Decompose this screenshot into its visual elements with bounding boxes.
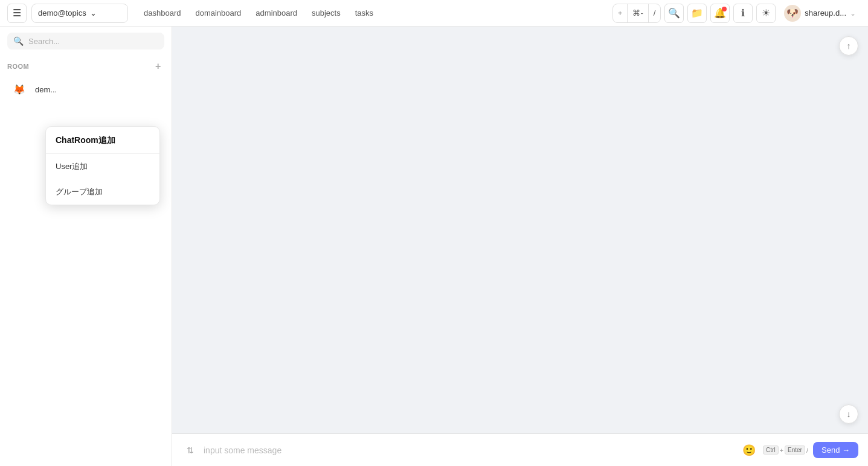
nav-tasks[interactable]: tasks xyxy=(349,6,379,20)
room-section-header: ROOM + xyxy=(0,56,172,75)
add-room-button[interactable]: + xyxy=(152,60,164,72)
dropdown-add-user[interactable]: User追加 xyxy=(46,154,159,179)
dropdown-menu: ChatRoom追加 User追加 グループ追加 xyxy=(45,126,160,205)
scroll-up-icon: ↑ xyxy=(847,41,851,51)
theme-icon: ☀ xyxy=(762,7,770,19)
dropdown-add-group[interactable]: グループ追加 xyxy=(46,179,159,205)
main-content: ↑ ↓ ⇅ 🙂 Ctrl + Enter / Send → xyxy=(172,27,868,466)
search-icon: 🔍 xyxy=(668,7,680,19)
nav-dashboard[interactable]: dashboard xyxy=(138,6,187,20)
username-label: shareup.d... xyxy=(805,8,846,18)
workspace-selector[interactable]: demo@topics ⌄ xyxy=(31,4,128,23)
info-icon: ℹ xyxy=(741,7,745,19)
chevron-down-icon: ⌄ xyxy=(90,8,121,18)
send-button[interactable]: Send → xyxy=(813,442,858,458)
search-button[interactable]: 🔍 xyxy=(664,4,684,23)
kbd-enter: Enter xyxy=(785,445,805,455)
hamburger-button[interactable]: ☰ xyxy=(7,4,27,23)
shortcut-slash: / xyxy=(649,4,661,22)
hamburger-icon: ☰ xyxy=(13,7,21,19)
search-section: 🔍 xyxy=(0,27,172,56)
content-area xyxy=(172,27,868,433)
user-chevron-icon: ⌄ xyxy=(850,9,856,18)
workspace-name: demo@topics xyxy=(38,8,86,18)
kbd-slash: / xyxy=(806,447,808,454)
files-icon: 📁 xyxy=(691,7,703,19)
room-label: ROOM xyxy=(7,63,29,70)
room-avatar-emoji: 🦊 xyxy=(13,84,25,95)
nav-domainboard[interactable]: domainboard xyxy=(189,6,247,20)
scroll-up-button[interactable]: ↑ xyxy=(839,36,858,56)
nav-subjects[interactable]: subjects xyxy=(306,6,347,20)
emoji-button[interactable]: 🙂 xyxy=(740,441,758,459)
avatar: 🐶 xyxy=(784,5,801,22)
info-button[interactable]: ℹ xyxy=(733,4,753,23)
room-name: dem... xyxy=(35,85,57,94)
kbd-plus: + xyxy=(780,447,783,454)
notifications-button[interactable]: 🔔 xyxy=(710,4,730,23)
kbd-ctrl: Ctrl xyxy=(763,445,779,455)
expand-button[interactable]: ⇅ xyxy=(182,442,199,459)
send-shortcut: Ctrl + Enter / xyxy=(763,445,808,455)
nav-links: dashboard domainboard adminboard subject… xyxy=(138,6,379,20)
sidebar: 🔍 ROOM + 🦊 dem... ChatRoom追加 User追加 グループ… xyxy=(0,27,172,466)
nav-actions: + ⌘- / 🔍 📁 🔔 ℹ ☀ 🐶 shareup.d... ⌄ xyxy=(612,2,861,24)
search-input-wrapper: 🔍 xyxy=(7,33,164,49)
emoji-icon: 🙂 xyxy=(742,444,756,457)
search-icon: 🔍 xyxy=(13,36,24,46)
notification-badge xyxy=(722,7,727,11)
avatar-emoji: 🐶 xyxy=(786,7,799,19)
room-avatar: 🦊 xyxy=(10,80,29,99)
scroll-down-icon: ↓ xyxy=(847,409,851,419)
user-menu[interactable]: 🐶 shareup.d... ⌄ xyxy=(779,2,861,24)
files-button[interactable]: 📁 xyxy=(687,4,707,23)
message-bar: ⇅ 🙂 Ctrl + Enter / Send → xyxy=(172,433,868,466)
shortcut-icon: ⌘- xyxy=(628,4,648,22)
scroll-down-button[interactable]: ↓ xyxy=(839,404,858,424)
search-input[interactable] xyxy=(28,37,158,46)
message-input[interactable] xyxy=(204,445,735,455)
theme-button[interactable]: ☀ xyxy=(756,4,776,23)
top-nav: ☰ demo@topics ⌄ dashboard domainboard ad… xyxy=(0,0,868,27)
nav-adminboard[interactable]: adminboard xyxy=(249,6,303,20)
add-shortcut-button[interactable]: + ⌘- / xyxy=(612,4,661,23)
add-icon: + xyxy=(613,4,628,22)
dropdown-header: ChatRoom追加 xyxy=(46,127,159,154)
room-item[interactable]: 🦊 dem... xyxy=(2,75,169,104)
main-layout: 🔍 ROOM + 🦊 dem... ChatRoom追加 User追加 グループ… xyxy=(0,27,868,466)
